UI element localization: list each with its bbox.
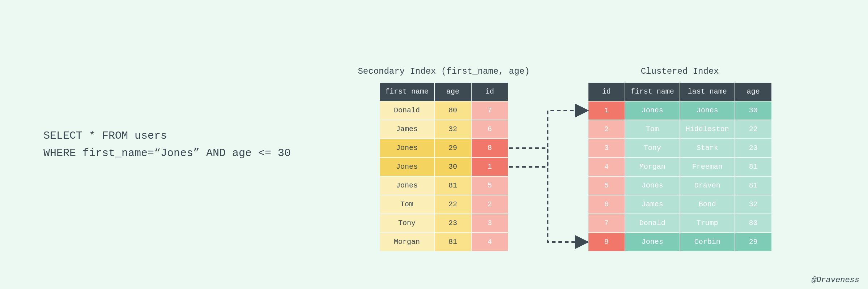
clu-cell-last-name: Bond [680,195,735,213]
clu-cell-id: 5 [588,177,625,195]
sec-cell-id: 8 [472,139,508,157]
table-row: 7DonaldTrump80 [588,214,771,232]
clu-cell-age: 81 [735,177,771,195]
table-row: 8JonesCorbin29 [588,233,771,251]
sec-cell-id: 4 [472,233,508,251]
clu-cell-first-name: Donald [625,214,680,232]
query-line-1: SELECT * FROM users [43,130,167,142]
table-row: 1JonesJones30 [588,102,771,120]
sec-cell-id: 6 [472,120,508,138]
clu-header-id: id [588,83,625,101]
clu-cell-id: 4 [588,158,625,176]
sec-cell-first-name: Tom [380,195,434,213]
table-row: Morgan814 [380,233,508,251]
secondary-index-wrap: Secondary Index (first_name, age) first_… [358,66,529,252]
secondary-index-title: Secondary Index (first_name, age) [358,66,529,76]
table-row: Jones301 [380,158,508,176]
table-row: 6JamesBond32 [588,195,771,213]
clu-cell-first-name: Morgan [625,158,680,176]
sec-cell-id: 5 [472,177,508,195]
sec-cell-first-name: Jones [380,139,434,157]
sec-cell-id: 2 [472,195,508,213]
clu-cell-id: 1 [588,102,625,120]
tables-area: Secondary Index (first_name, age) first_… [305,38,825,252]
clu-cell-age: 81 [735,158,771,176]
clu-cell-age: 80 [735,214,771,232]
clu-cell-first-name: Jones [625,233,680,251]
sec-cell-first-name: Morgan [380,233,434,251]
clu-cell-last-name: Corbin [680,233,735,251]
clu-cell-last-name: Stark [680,139,735,157]
table-row: Jones298 [380,139,508,157]
clu-header-last-name: last_name [680,83,735,101]
clu-cell-first-name: Jones [625,102,680,120]
sec-cell-age: 30 [435,158,471,176]
sec-header-first-name: first_name [380,83,434,101]
clu-cell-age: 30 [735,102,771,120]
table-row: 4MorganFreeman81 [588,158,771,176]
sec-cell-age: 81 [435,233,471,251]
clu-header-age: age [735,83,771,101]
clustered-index-table: id first_name last_name age 1JonesJones3… [588,82,772,252]
clu-cell-last-name: Hiddleston [680,120,735,138]
table-row: Jones815 [380,177,508,195]
table-row: 5JonesDraven81 [588,177,771,195]
table-row: Tony233 [380,214,508,232]
clu-cell-age: 22 [735,120,771,138]
sec-cell-age: 81 [435,177,471,195]
clu-cell-last-name: Draven [680,177,735,195]
sec-header-id: id [472,83,508,101]
sec-cell-age: 23 [435,214,471,232]
sec-cell-id: 1 [472,158,508,176]
clu-header-first-name: first_name [625,83,680,101]
table-row: Donald807 [380,102,508,120]
clu-cell-last-name: Jones [680,102,735,120]
sec-cell-first-name: Jones [380,158,434,176]
table-row: James326 [380,120,508,138]
clu-cell-first-name: Jones [625,177,680,195]
clu-cell-id: 2 [588,120,625,138]
sec-cell-age: 32 [435,120,471,138]
clu-cell-id: 6 [588,195,625,213]
sec-cell-age: 29 [435,139,471,157]
clu-cell-last-name: Trump [680,214,735,232]
clu-cell-first-name: Tom [625,120,680,138]
sql-query: SELECT * FROM users WHERE first_name=“Jo… [43,127,291,162]
sec-cell-first-name: Jones [380,177,434,195]
clu-cell-first-name: Tony [625,139,680,157]
sec-cell-first-name: Tony [380,214,434,232]
clu-cell-first-name: James [625,195,680,213]
table-row: 3TonyStark23 [588,139,771,157]
sec-cell-id: 7 [472,102,508,120]
clu-cell-id: 7 [588,214,625,232]
clustered-index-title: Clustered Index [641,66,719,76]
sec-cell-age: 80 [435,102,471,120]
sec-header-age: age [435,83,471,101]
secondary-index-table: first_name age id Donald807James326Jones… [379,82,509,252]
query-line-2: WHERE first_name=“Jones” AND age <= 30 [43,147,291,159]
sec-cell-first-name: Donald [380,102,434,120]
clu-cell-age: 29 [735,233,771,251]
clu-cell-age: 23 [735,139,771,157]
clu-cell-last-name: Freeman [680,158,735,176]
sec-cell-first-name: James [380,120,434,138]
clu-cell-id: 8 [588,233,625,251]
clu-cell-age: 32 [735,195,771,213]
sec-cell-age: 22 [435,195,471,213]
sec-cell-id: 3 [472,214,508,232]
clu-cell-id: 3 [588,139,625,157]
credit: @Draveness [812,276,859,285]
table-row: 2TomHiddleston22 [588,120,771,138]
clustered-index-wrap: Clustered Index id first_name last_name … [588,66,772,252]
table-row: Tom222 [380,195,508,213]
